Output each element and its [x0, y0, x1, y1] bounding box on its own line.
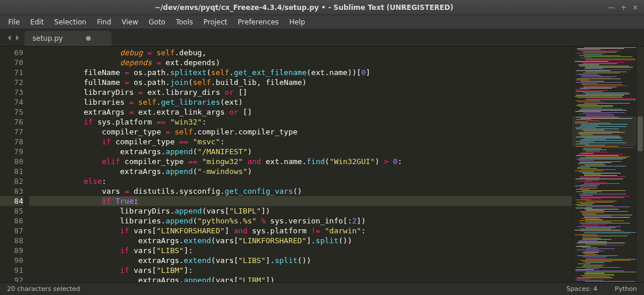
menu-view[interactable]: View	[117, 16, 142, 28]
menubar: FileEditSelectionFindViewGotoToolsProjec…	[0, 15, 644, 29]
line-number[interactable]: 90	[0, 255, 23, 265]
line-number[interactable]: 69	[0, 48, 23, 58]
code-line[interactable]: libraryDirs.append(vars["LIBPL"])	[29, 206, 572, 216]
line-number[interactable]: 76	[0, 117, 23, 127]
code-area[interactable]: debug = self.debug, depends = ext.depend…	[29, 47, 572, 282]
line-number[interactable]: 78	[0, 137, 23, 147]
line-number[interactable]: 89	[0, 246, 23, 255]
code-line[interactable]: extraArgs.append("-mwindows")	[29, 166, 572, 176]
tab-label: setup.py	[33, 34, 63, 42]
code-line[interactable]: debug = self.debug,	[29, 48, 572, 58]
menu-project[interactable]: Project	[199, 16, 232, 28]
menu-selection[interactable]: Selection	[49, 16, 91, 28]
line-number[interactable]: 71	[0, 67, 23, 77]
line-number[interactable]: 88	[0, 236, 23, 246]
scrollbar[interactable]	[636, 47, 644, 282]
line-number[interactable]: 79	[0, 147, 23, 157]
menu-preferences[interactable]: Preferences	[233, 16, 284, 28]
menu-help[interactable]: Help	[285, 16, 310, 28]
line-number[interactable]: 72	[0, 77, 23, 87]
code-line[interactable]: if vars["LIBM"]:	[29, 265, 572, 275]
gutter[interactable]: 6970717273747576777879808182838485868788…	[0, 47, 29, 282]
line-number[interactable]: 87	[0, 226, 23, 236]
line-number[interactable]: 70	[0, 58, 23, 67]
code-line[interactable]: compiler_type = self.compiler.compiler_t…	[29, 127, 572, 137]
code-line[interactable]: extraArgs.extend(vars["LIBS"].split())	[29, 255, 572, 265]
dirty-indicator-icon	[86, 36, 91, 41]
minimap-viewport[interactable]	[573, 116, 636, 145]
line-number[interactable]: 74	[0, 97, 23, 107]
menu-find[interactable]: Find	[92, 16, 116, 28]
code-line[interactable]: depends = ext.depends)	[29, 58, 572, 67]
minimize-icon[interactable]: —	[608, 3, 615, 12]
line-number[interactable]: 75	[0, 107, 23, 117]
code-line[interactable]: extraArgs.append("/MANIFEST")	[29, 147, 572, 157]
code-line[interactable]: libraries.append("python%s.%s" % sys.ver…	[29, 216, 572, 226]
line-number[interactable]: 84	[0, 196, 23, 206]
minimap[interactable]	[572, 47, 636, 282]
code-line[interactable]: if sys.platform == "win32":	[29, 117, 572, 127]
code-line[interactable]: if vars["LIBS"]:	[29, 246, 572, 255]
editor: 6970717273747576777879808182838485868788…	[0, 47, 644, 282]
window-title: ~/dev/envs/pyqt/cx_Freeze-4.3.4/setup.py…	[0, 3, 608, 12]
line-number[interactable]: 77	[0, 127, 23, 137]
code-line[interactable]: extraArgs.extend(vars["LINKFORSHARED"].s…	[29, 236, 572, 246]
code-line[interactable]: ················if·True:	[29, 196, 572, 206]
nav-back-icon[interactable]	[6, 33, 13, 44]
status-indent[interactable]: Spaces: 4	[566, 285, 597, 293]
code-line[interactable]: if vars["LINKFORSHARED"] and sys.platfor…	[29, 226, 572, 236]
code-line[interactable]: if compiler_type == "msvc":	[29, 137, 572, 147]
line-number[interactable]: 83	[0, 186, 23, 196]
code-line[interactable]: extraArgs = ext.extra_link_args or []	[29, 107, 572, 117]
line-number[interactable]: 91	[0, 265, 23, 275]
close-icon[interactable]: ×	[632, 3, 638, 12]
window-controls: — + ×	[608, 3, 644, 12]
tabbar: setup.py	[0, 29, 644, 47]
menu-goto[interactable]: Goto	[144, 16, 170, 28]
line-number[interactable]: 85	[0, 206, 23, 216]
code-line[interactable]: libraries = self.get_libraries(ext)	[29, 97, 572, 107]
maximize-icon[interactable]: +	[621, 3, 627, 12]
line-number[interactable]: 86	[0, 216, 23, 226]
code-line[interactable]: vars = distutils.sysconfig.get_config_va…	[29, 186, 572, 196]
line-number[interactable]: 82	[0, 176, 23, 186]
line-number[interactable]: 73	[0, 87, 23, 97]
status-selection: 20 characters selected	[7, 285, 80, 293]
titlebar: ~/dev/envs/pyqt/cx_Freeze-4.3.4/setup.py…	[0, 0, 644, 15]
line-number[interactable]: 80	[0, 157, 23, 166]
code-line[interactable]: libraryDirs = ext.library_dirs or []	[29, 87, 572, 97]
code-line[interactable]: else:	[29, 176, 572, 186]
nav-arrows	[3, 33, 24, 46]
nav-forward-icon[interactable]	[14, 33, 21, 44]
menu-tools[interactable]: Tools	[171, 16, 198, 28]
line-number[interactable]: 81	[0, 166, 23, 176]
status-syntax[interactable]: Python	[615, 285, 637, 293]
menu-file[interactable]: File	[3, 16, 24, 28]
code-line[interactable]: elif compiler_type == "mingw32" and ext.…	[29, 157, 572, 166]
statusbar: 20 characters selected Spaces: 4 Python	[0, 282, 644, 295]
code-line[interactable]: fullName = os.path.join(self.build_lib, …	[29, 77, 572, 87]
code-line[interactable]: extraArgs.append(vars["LIBM"])	[29, 275, 572, 282]
menu-edit[interactable]: Edit	[26, 16, 48, 28]
scrollbar-thumb[interactable]	[638, 116, 643, 151]
code-line[interactable]: fileName = os.path.splitext(self.get_ext…	[29, 67, 572, 77]
tab-setup-py[interactable]: setup.py	[24, 31, 112, 46]
line-number[interactable]: 92	[0, 275, 23, 282]
